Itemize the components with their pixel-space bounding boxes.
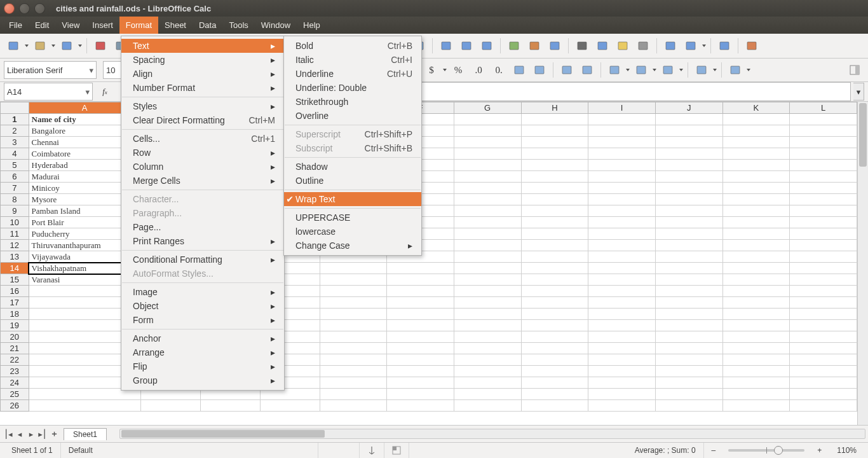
menu-item-bold[interactable]: BoldCtrl+B: [284, 39, 421, 53]
menu-item-shadow[interactable]: Shadow: [284, 160, 421, 174]
cell[interactable]: [521, 194, 588, 205]
cell[interactable]: [588, 331, 656, 343]
cell[interactable]: [655, 114, 722, 125]
row-header[interactable]: 9: [1, 205, 29, 217]
row-header[interactable]: 5: [1, 160, 29, 171]
image-icon[interactable]: [505, 36, 524, 55]
menu-item-text[interactable]: Text▸: [121, 39, 284, 53]
cell[interactable]: [722, 171, 790, 183]
cell[interactable]: [790, 274, 857, 286]
menu-item-underline[interactable]: UnderlineCtrl+U: [284, 67, 421, 81]
row-header[interactable]: 16: [1, 286, 29, 297]
freeze-icon[interactable]: [661, 36, 680, 55]
cell[interactable]: [790, 343, 857, 354]
border-color-icon[interactable]: [658, 60, 677, 80]
cell[interactable]: [588, 343, 656, 354]
function-wizard-icon[interactable]: fx: [95, 82, 114, 101]
tab-last-icon[interactable]: ▸⎮: [37, 428, 48, 440]
row-header[interactable]: 19: [1, 320, 29, 331]
row-header[interactable]: 11: [1, 228, 29, 240]
chevron-down-icon[interactable]: [442, 68, 447, 72]
cell[interactable]: [655, 389, 722, 400]
cell[interactable]: [790, 400, 857, 412]
cell[interactable]: [521, 125, 588, 137]
cell[interactable]: [454, 286, 521, 297]
cell[interactable]: [655, 377, 722, 389]
row-header[interactable]: 13: [1, 251, 29, 263]
cell[interactable]: [790, 286, 857, 297]
menu-item-lowercase[interactable]: lowercase: [284, 225, 421, 239]
cell[interactable]: [722, 297, 790, 309]
select-all-corner[interactable]: [1, 102, 29, 114]
add-decimal-icon[interactable]: [510, 60, 529, 80]
cell[interactable]: [790, 354, 857, 366]
cell[interactable]: [387, 377, 454, 389]
cell[interactable]: [655, 263, 722, 274]
cell[interactable]: [521, 389, 588, 400]
tab-prev-icon[interactable]: ◂: [14, 428, 25, 440]
menu-item-outline[interactable]: Outline: [284, 174, 421, 188]
menu-item-image[interactable]: Image▸: [121, 285, 284, 299]
define-print-icon[interactable]: [715, 36, 734, 55]
row-header[interactable]: 18: [1, 309, 29, 320]
menu-item-flip[interactable]: Flip▸: [121, 359, 284, 373]
cell[interactable]: [655, 320, 722, 331]
row-header[interactable]: 20: [1, 331, 29, 343]
menu-edit[interactable]: Edit: [29, 17, 55, 34]
cell[interactable]: [790, 171, 857, 183]
cell[interactable]: [655, 240, 722, 251]
cell[interactable]: [387, 400, 454, 412]
insert-mode-icon[interactable]: [360, 443, 384, 458]
cell[interactable]: [320, 263, 387, 274]
cell[interactable]: [655, 194, 722, 205]
chevron-down-icon[interactable]: [24, 44, 29, 48]
menu-data[interactable]: Data: [193, 17, 222, 34]
menu-item-form[interactable]: Form▸: [121, 313, 284, 327]
menu-item-styles[interactable]: Styles▸: [121, 99, 284, 113]
menu-item-page-[interactable]: Page...: [121, 220, 284, 234]
cell[interactable]: [454, 309, 521, 320]
cell[interactable]: [790, 366, 857, 377]
cell[interactable]: [387, 297, 454, 309]
cell[interactable]: [655, 309, 722, 320]
cell[interactable]: [722, 160, 790, 171]
cond-format-icon[interactable]: [726, 60, 745, 80]
cell[interactable]: [722, 205, 790, 217]
cell[interactable]: [387, 263, 454, 274]
cell[interactable]: [454, 228, 521, 240]
cell[interactable]: [722, 137, 790, 148]
cell[interactable]: [588, 240, 656, 251]
cell[interactable]: [790, 194, 857, 205]
row-header[interactable]: 21: [1, 343, 29, 354]
cell[interactable]: [454, 274, 521, 286]
cell[interactable]: [454, 389, 521, 400]
cell[interactable]: [454, 331, 521, 343]
cell[interactable]: [521, 343, 588, 354]
cell[interactable]: [790, 205, 857, 217]
menu-item-uppercase[interactable]: UPPERCASE: [284, 211, 421, 225]
cell[interactable]: [521, 274, 588, 286]
cell[interactable]: [387, 389, 454, 400]
comment-icon[interactable]: [613, 36, 632, 55]
currency-icon[interactable]: $: [422, 60, 441, 80]
percent-icon[interactable]: %: [449, 60, 468, 80]
menu-item-italic[interactable]: ItalicCtrl+I: [284, 53, 421, 67]
cell[interactable]: [387, 331, 454, 343]
menu-item-merge-cells[interactable]: Merge Cells▸: [121, 174, 284, 188]
cell[interactable]: [722, 228, 790, 240]
window-minimize-icon[interactable]: [19, 3, 30, 14]
cell[interactable]: [722, 240, 790, 251]
cell[interactable]: [790, 263, 857, 274]
row-header[interactable]: 17: [1, 297, 29, 309]
status-summary[interactable]: Average: ; Sum: 0: [627, 443, 704, 458]
cell[interactable]: [521, 240, 588, 251]
cell[interactable]: [454, 377, 521, 389]
cell[interactable]: [722, 217, 790, 228]
cell[interactable]: [588, 320, 656, 331]
cell[interactable]: [722, 343, 790, 354]
cell[interactable]: [722, 400, 790, 412]
date-icon[interactable]: 0.: [489, 60, 508, 80]
menu-item-cells-[interactable]: Cells...Ctrl+1: [121, 132, 284, 146]
row-header[interactable]: 1: [1, 114, 29, 125]
cell[interactable]: [722, 274, 790, 286]
